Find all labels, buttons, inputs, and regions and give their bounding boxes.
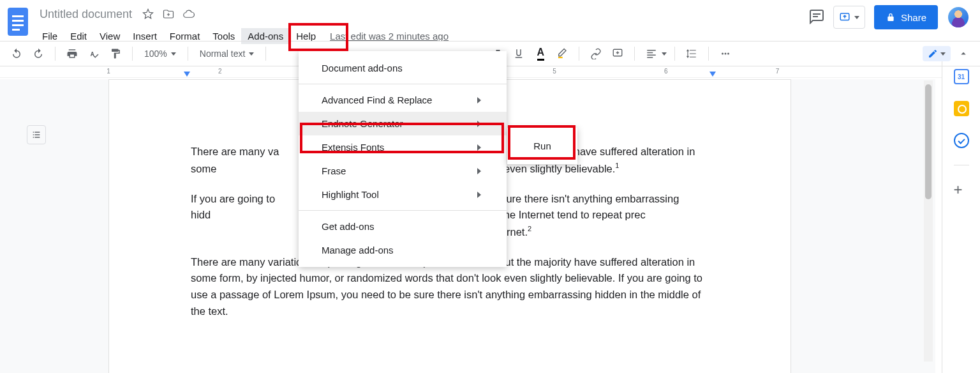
collapse-toolbar-button[interactable] bbox=[954, 45, 972, 63]
left-indent-marker[interactable] bbox=[184, 72, 190, 77]
print-button[interactable] bbox=[63, 45, 81, 63]
menuitem-label: Extensis Fonts bbox=[322, 142, 384, 153]
present-button[interactable] bbox=[833, 6, 865, 29]
addons-dropdown: Document add-ons Advanced Find & Replace… bbox=[299, 51, 507, 267]
menuitem-label: Endnote Generator bbox=[322, 118, 403, 129]
calendar-icon[interactable] bbox=[954, 69, 969, 84]
text-color-button[interactable]: A bbox=[531, 45, 549, 63]
menuitem-endnote-generator[interactable]: Endnote Generator bbox=[299, 112, 507, 135]
menuitem-manage-addons[interactable]: Manage add-ons bbox=[299, 238, 507, 262]
svg-rect-4 bbox=[12, 29, 20, 31]
right-indent-marker[interactable] bbox=[709, 72, 716, 77]
menuitem-extensis-fonts[interactable]: Extensis Fonts bbox=[299, 135, 507, 159]
menuitem-document-addons[interactable]: Document add-ons bbox=[299, 56, 507, 80]
menuitem-advanced-find[interactable]: Advanced Find & Replace bbox=[299, 88, 507, 112]
highlight-color-button[interactable] bbox=[553, 45, 571, 63]
docs-logo[interactable] bbox=[5, 5, 31, 38]
svg-rect-2 bbox=[12, 20, 24, 22]
redo-button[interactable] bbox=[29, 45, 47, 63]
menuitem-label: Document add-ons bbox=[322, 63, 403, 73]
add-comment-button[interactable] bbox=[609, 45, 627, 63]
titlebar: Untitled document File Edit View Insert … bbox=[0, 0, 980, 41]
menuitem-label: Manage add-ons bbox=[322, 245, 394, 255]
more-button[interactable] bbox=[716, 45, 734, 63]
outline-toggle-button[interactable] bbox=[27, 125, 46, 144]
zoom-select[interactable]: 100% bbox=[140, 49, 180, 59]
footnote-ref: 1 bbox=[615, 162, 619, 169]
chevron-down-icon bbox=[171, 52, 176, 56]
ruler-number: 2 bbox=[218, 68, 222, 75]
line-spacing-button[interactable] bbox=[683, 45, 701, 63]
svg-point-7 bbox=[722, 53, 724, 55]
side-panel: + bbox=[942, 56, 980, 373]
insert-link-button[interactable] bbox=[587, 45, 605, 63]
chevron-down-icon bbox=[662, 52, 667, 56]
chevron-right-icon bbox=[477, 97, 481, 103]
spellcheck-button[interactable] bbox=[85, 45, 103, 63]
footnote-ref: 2 bbox=[528, 225, 531, 232]
underline-button[interactable] bbox=[510, 45, 528, 63]
divider bbox=[299, 210, 507, 211]
style-value: Normal text bbox=[200, 49, 246, 59]
paragraph-style-select[interactable]: Normal text bbox=[196, 49, 258, 59]
divider bbox=[954, 165, 969, 165]
menuitem-run[interactable]: Run bbox=[507, 135, 577, 156]
menuitem-label: Advanced Find & Replace bbox=[322, 95, 432, 105]
doc-title[interactable]: Untitled document bbox=[36, 6, 136, 22]
menuitem-label: Frase bbox=[322, 165, 346, 176]
divider bbox=[299, 84, 507, 84]
share-label: Share bbox=[901, 12, 926, 23]
chevron-right-icon bbox=[477, 121, 481, 127]
ruler-number: 1 bbox=[107, 68, 110, 75]
move-icon[interactable] bbox=[163, 8, 174, 20]
align-button[interactable] bbox=[642, 45, 660, 63]
avatar[interactable] bbox=[947, 6, 970, 29]
keep-icon[interactable] bbox=[954, 101, 969, 116]
share-button[interactable]: Share bbox=[874, 5, 938, 29]
svg-point-9 bbox=[727, 53, 729, 55]
chevron-down-icon bbox=[854, 16, 859, 19]
body-text: If you are going to bbox=[191, 193, 275, 204]
chevron-right-icon bbox=[477, 192, 481, 198]
tasks-icon[interactable] bbox=[954, 133, 969, 148]
chevron-right-icon bbox=[477, 144, 481, 151]
ruler-number: 7 bbox=[776, 68, 780, 75]
endnote-submenu: Run bbox=[507, 128, 577, 164]
paint-format-button[interactable] bbox=[107, 45, 124, 63]
body-text: There are many va bbox=[191, 146, 279, 157]
scrollbar-thumb[interactable] bbox=[925, 84, 932, 199]
undo-button[interactable] bbox=[8, 45, 26, 63]
vertical-scrollbar[interactable] bbox=[924, 80, 933, 362]
menuitem-label: Run bbox=[533, 141, 551, 151]
add-addon-icon[interactable]: + bbox=[954, 182, 969, 197]
zoom-value: 100% bbox=[144, 49, 167, 59]
menuitem-highlight-tool[interactable]: Highlight Tool bbox=[299, 183, 507, 206]
menuitem-label: Highlight Tool bbox=[322, 189, 379, 200]
ruler-number: 5 bbox=[553, 68, 556, 75]
editing-mode-button[interactable] bbox=[923, 46, 951, 61]
chevron-down-icon bbox=[249, 52, 254, 56]
star-icon[interactable] bbox=[142, 8, 154, 20]
menuitem-get-addons[interactable]: Get add-ons bbox=[299, 215, 507, 238]
comments-icon[interactable] bbox=[809, 9, 824, 26]
chevron-right-icon bbox=[477, 168, 481, 174]
menuitem-label: Get add-ons bbox=[322, 221, 375, 232]
svg-rect-1 bbox=[12, 15, 24, 17]
menuitem-frase[interactable]: Frase bbox=[299, 159, 507, 183]
last-edit-link[interactable]: Last edit was 2 minutes ago bbox=[330, 31, 449, 42]
svg-rect-3 bbox=[12, 24, 24, 26]
svg-point-8 bbox=[725, 53, 727, 55]
ruler-number: 6 bbox=[664, 68, 668, 75]
cloud-icon[interactable] bbox=[183, 8, 195, 20]
chevron-down-icon bbox=[940, 52, 946, 56]
